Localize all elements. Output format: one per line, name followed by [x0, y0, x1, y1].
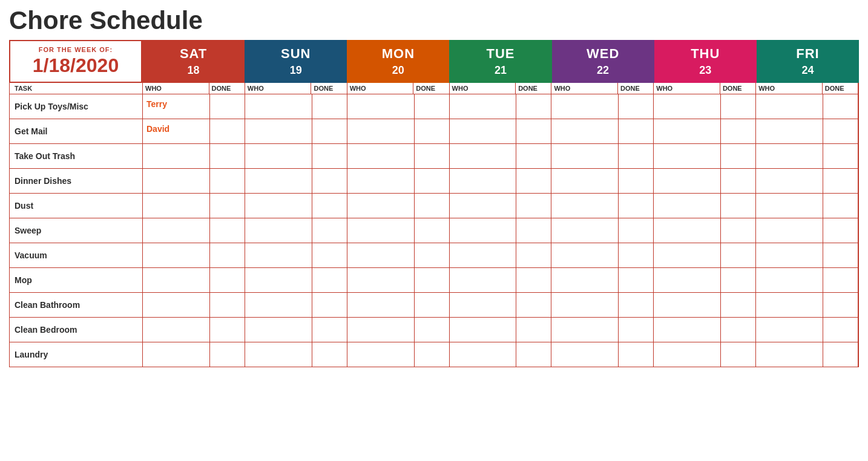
- done-cell-3-4[interactable]: [619, 169, 653, 193]
- who-cell-1-5[interactable]: [654, 119, 721, 143]
- done-cell-1-2[interactable]: [415, 119, 449, 143]
- done-cell-6-0[interactable]: [210, 243, 245, 267]
- done-cell-6-5[interactable]: [721, 243, 755, 267]
- done-cell-10-5[interactable]: [721, 342, 755, 367]
- who-cell-8-2[interactable]: [347, 293, 415, 317]
- done-cell-7-5[interactable]: [721, 268, 755, 292]
- who-cell-3-0[interactable]: [143, 169, 210, 193]
- who-cell-6-3[interactable]: [450, 243, 517, 267]
- who-cell-1-1[interactable]: [245, 119, 312, 143]
- who-cell-3-3[interactable]: [450, 169, 517, 193]
- who-cell-1-4[interactable]: [551, 119, 619, 143]
- done-cell-1-4[interactable]: [619, 119, 653, 143]
- who-cell-3-5[interactable]: [654, 169, 721, 193]
- done-cell-6-3[interactable]: [516, 243, 551, 267]
- who-cell-5-6[interactable]: [756, 218, 823, 243]
- done-cell-2-1[interactable]: [312, 144, 347, 168]
- done-cell-5-0[interactable]: [210, 218, 245, 243]
- who-cell-9-6[interactable]: [756, 318, 823, 342]
- who-cell-2-2[interactable]: [347, 144, 415, 168]
- who-cell-7-0[interactable]: [143, 268, 210, 292]
- done-cell-7-0[interactable]: [210, 268, 245, 292]
- done-cell-2-2[interactable]: [415, 144, 449, 168]
- who-cell-7-3[interactable]: [450, 268, 517, 292]
- who-cell-1-0[interactable]: David: [143, 119, 210, 143]
- done-cell-5-6[interactable]: [823, 218, 858, 243]
- who-cell-7-6[interactable]: [756, 268, 823, 292]
- done-cell-2-0[interactable]: [210, 144, 245, 168]
- done-cell-8-0[interactable]: [210, 293, 245, 317]
- done-cell-8-5[interactable]: [721, 293, 755, 317]
- done-cell-4-1[interactable]: [312, 194, 347, 218]
- done-cell-8-2[interactable]: [415, 293, 449, 317]
- done-cell-9-0[interactable]: [210, 318, 245, 342]
- done-cell-1-5[interactable]: [721, 119, 755, 143]
- done-cell-6-2[interactable]: [415, 243, 449, 267]
- who-cell-3-2[interactable]: [347, 169, 415, 193]
- done-cell-6-6[interactable]: [823, 243, 858, 267]
- who-cell-6-6[interactable]: [756, 243, 823, 267]
- who-cell-10-2[interactable]: [347, 342, 415, 367]
- done-cell-10-3[interactable]: [516, 342, 551, 367]
- who-cell-0-1[interactable]: [245, 94, 312, 119]
- done-cell-7-3[interactable]: [516, 268, 551, 292]
- who-cell-9-4[interactable]: [551, 318, 619, 342]
- done-cell-4-6[interactable]: [823, 194, 858, 218]
- done-cell-10-4[interactable]: [619, 342, 653, 367]
- who-cell-2-5[interactable]: [654, 144, 721, 168]
- who-cell-5-2[interactable]: [347, 218, 415, 243]
- done-cell-10-6[interactable]: [823, 342, 858, 367]
- who-cell-4-4[interactable]: [551, 194, 619, 218]
- done-cell-4-0[interactable]: [210, 194, 245, 218]
- who-cell-10-0[interactable]: [143, 342, 210, 367]
- who-cell-5-0[interactable]: [143, 218, 210, 243]
- who-cell-9-1[interactable]: [245, 318, 312, 342]
- who-cell-7-5[interactable]: [654, 268, 721, 292]
- who-cell-0-4[interactable]: [551, 94, 619, 119]
- who-cell-0-0[interactable]: Terry: [143, 94, 210, 119]
- done-cell-7-6[interactable]: [823, 268, 858, 292]
- done-cell-8-1[interactable]: [312, 293, 347, 317]
- who-cell-9-0[interactable]: [143, 318, 210, 342]
- who-cell-0-2[interactable]: [347, 94, 415, 119]
- done-cell-0-5[interactable]: [721, 94, 755, 119]
- who-cell-8-3[interactable]: [450, 293, 517, 317]
- done-cell-2-4[interactable]: [619, 144, 653, 168]
- done-cell-5-2[interactable]: [415, 218, 449, 243]
- done-cell-9-6[interactable]: [823, 318, 858, 342]
- who-cell-0-6[interactable]: [756, 94, 823, 119]
- who-cell-8-1[interactable]: [245, 293, 312, 317]
- done-cell-1-1[interactable]: [312, 119, 347, 143]
- done-cell-7-1[interactable]: [312, 268, 347, 292]
- done-cell-2-5[interactable]: [721, 144, 755, 168]
- who-cell-4-1[interactable]: [245, 194, 312, 218]
- done-cell-5-1[interactable]: [312, 218, 347, 243]
- who-cell-4-2[interactable]: [347, 194, 415, 218]
- done-cell-5-3[interactable]: [516, 218, 551, 243]
- done-cell-2-3[interactable]: [516, 144, 551, 168]
- done-cell-3-1[interactable]: [312, 169, 347, 193]
- who-cell-2-6[interactable]: [756, 144, 823, 168]
- done-cell-1-6[interactable]: [823, 119, 858, 143]
- who-cell-7-4[interactable]: [551, 268, 619, 292]
- who-cell-7-2[interactable]: [347, 268, 415, 292]
- done-cell-4-4[interactable]: [619, 194, 653, 218]
- done-cell-0-4[interactable]: [619, 94, 653, 119]
- done-cell-3-0[interactable]: [210, 169, 245, 193]
- who-cell-6-1[interactable]: [245, 243, 312, 267]
- done-cell-1-0[interactable]: [210, 119, 245, 143]
- done-cell-0-2[interactable]: [415, 94, 449, 119]
- who-cell-8-5[interactable]: [654, 293, 721, 317]
- who-cell-2-0[interactable]: [143, 144, 210, 168]
- done-cell-9-3[interactable]: [516, 318, 551, 342]
- who-cell-1-3[interactable]: [450, 119, 517, 143]
- who-cell-5-1[interactable]: [245, 218, 312, 243]
- done-cell-8-3[interactable]: [516, 293, 551, 317]
- who-cell-4-6[interactable]: [756, 194, 823, 218]
- done-cell-10-1[interactable]: [312, 342, 347, 367]
- done-cell-2-6[interactable]: [823, 144, 858, 168]
- done-cell-0-0[interactable]: [210, 94, 245, 119]
- who-cell-1-6[interactable]: [756, 119, 823, 143]
- done-cell-5-5[interactable]: [721, 218, 755, 243]
- who-cell-6-0[interactable]: [143, 243, 210, 267]
